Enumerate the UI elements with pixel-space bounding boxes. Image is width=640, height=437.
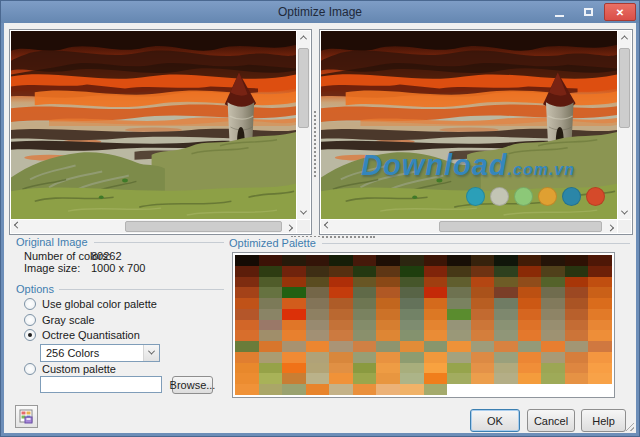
palette-color-swatch[interactable] [565,255,589,266]
palette-color-swatch[interactable] [588,277,612,288]
palette-color-swatch[interactable] [235,298,259,309]
palette-color-swatch[interactable] [494,287,518,298]
palette-color-swatch[interactable] [565,352,589,363]
palette-color-swatch[interactable] [376,287,400,298]
palette-color-swatch[interactable] [306,320,330,331]
palette-color-swatch[interactable] [518,255,542,266]
vertical-scroll-thumb[interactable] [298,48,309,128]
palette-color-swatch[interactable] [376,320,400,331]
palette-color-swatch[interactable] [565,277,589,288]
palette-color-swatch[interactable] [235,384,259,395]
palette-color-swatch[interactable] [588,341,612,352]
palette-color-swatch[interactable] [376,266,400,277]
palette-color-swatch[interactable] [353,320,377,331]
browse-button[interactable]: Browse... [172,376,213,394]
palette-color-swatch[interactable] [447,363,471,374]
radio-icon[interactable] [24,314,36,326]
palette-color-swatch[interactable] [282,255,306,266]
palette-color-swatch[interactable] [306,352,330,363]
palette-color-swatch[interactable] [306,330,330,341]
palette-color-swatch[interactable] [376,330,400,341]
palette-color-swatch[interactable] [235,309,259,320]
palette-color-swatch[interactable] [353,255,377,266]
scroll-down-icon[interactable] [618,206,631,219]
palette-color-swatch[interactable] [353,384,377,395]
radio-octree-quantisation[interactable]: Octree Quantisation [24,329,140,341]
palette-color-swatch[interactable] [471,309,495,320]
palette-color-swatch[interactable] [329,277,353,288]
palette-color-swatch[interactable] [329,384,353,395]
palette-color-swatch[interactable] [471,266,495,277]
palette-color-swatch[interactable] [400,277,424,288]
palette-color-swatch[interactable] [353,352,377,363]
palette-color-swatch[interactable] [518,363,542,374]
minimize-button[interactable] [546,3,573,21]
palette-color-swatch[interactable] [471,352,495,363]
palette-color-swatch[interactable] [282,266,306,277]
palette-color-swatch[interactable] [471,287,495,298]
palette-color-swatch[interactable] [447,277,471,288]
palette-color-swatch[interactable] [471,298,495,309]
palette-color-swatch[interactable] [329,298,353,309]
palette-color-swatch[interactable] [259,298,283,309]
palette-color-swatch[interactable] [282,287,306,298]
palette-color-swatch[interactable] [494,255,518,266]
palette-color-swatch[interactable] [329,287,353,298]
save-palette-button[interactable] [15,405,38,428]
chevron-down-icon[interactable] [143,345,159,361]
optimized-image-preview[interactable]: Download.com.vn [321,31,617,219]
radio-icon[interactable] [24,363,36,375]
palette-color-swatch[interactable] [376,373,400,384]
palette-color-swatch[interactable] [282,320,306,331]
radio-icon[interactable] [24,298,36,310]
palette-color-swatch[interactable] [282,330,306,341]
palette-color-swatch[interactable] [282,352,306,363]
palette-color-swatch[interactable] [565,363,589,374]
cancel-button[interactable]: Cancel [527,409,575,432]
scroll-down-icon[interactable] [297,206,310,219]
palette-color-swatch[interactable] [329,266,353,277]
palette-color-swatch[interactable] [494,298,518,309]
palette-color-swatch[interactable] [424,309,448,320]
palette-color-swatch[interactable] [471,255,495,266]
palette-color-swatch[interactable] [353,298,377,309]
palette-color-swatch[interactable] [306,384,330,395]
palette-color-swatch[interactable] [400,330,424,341]
palette-color-swatch[interactable] [259,330,283,341]
palette-color-swatch[interactable] [424,384,448,395]
palette-color-swatch[interactable] [518,266,542,277]
palette-color-swatch[interactable] [447,341,471,352]
palette-color-swatch[interactable] [376,384,400,395]
palette-color-swatch[interactable] [282,373,306,384]
palette-color-swatch[interactable] [306,341,330,352]
preview-splitter-vertical[interactable] [314,111,316,177]
palette-color-swatch[interactable] [588,266,612,277]
palette-color-swatch[interactable] [282,363,306,374]
palette-color-swatch[interactable] [565,373,589,384]
palette-color-swatch[interactable] [282,341,306,352]
scroll-right-icon[interactable] [283,220,296,233]
palette-color-swatch[interactable] [588,352,612,363]
palette-color-swatch[interactable] [376,352,400,363]
radio-custom-palette[interactable]: Custom palette [24,363,116,375]
palette-color-swatch[interactable] [494,320,518,331]
titlebar[interactable]: Optimize Image ✕ [1,1,639,23]
maximize-button[interactable] [575,3,602,21]
palette-color-swatch[interactable] [235,373,259,384]
palette-color-swatch[interactable] [353,363,377,374]
palette-color-swatch[interactable] [235,255,259,266]
palette-color-swatch[interactable] [259,255,283,266]
palette-color-swatch[interactable] [518,277,542,288]
palette-color-swatch[interactable] [376,309,400,320]
palette-color-swatch[interactable] [306,363,330,374]
horizontal-scroll-thumb[interactable] [125,221,282,232]
palette-color-swatch[interactable] [541,320,565,331]
palette-color-swatch[interactable] [541,363,565,374]
original-vertical-scrollbar[interactable] [297,31,310,219]
palette-color-swatch[interactable] [541,298,565,309]
palette-color-swatch[interactable] [588,373,612,384]
palette-color-swatch[interactable] [565,298,589,309]
palette-color-swatch[interactable] [353,266,377,277]
palette-color-swatch[interactable] [329,255,353,266]
palette-color-swatch[interactable] [259,320,283,331]
